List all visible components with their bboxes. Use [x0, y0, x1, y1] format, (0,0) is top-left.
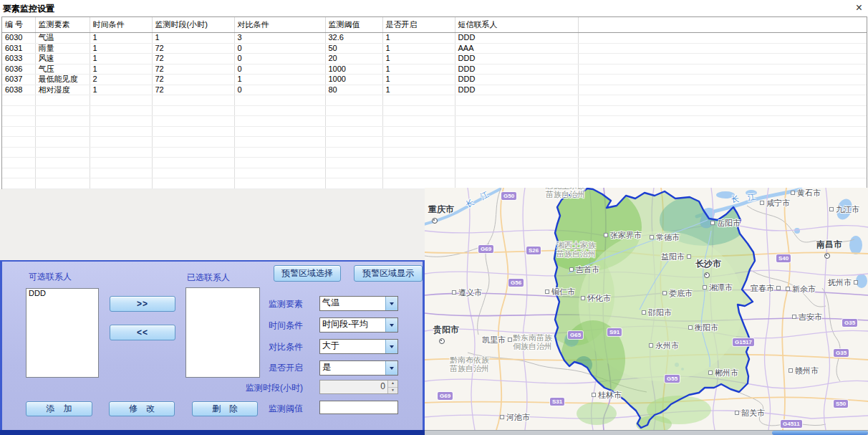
- scrollbar-thumb[interactable]: [772, 431, 868, 435]
- compare-condition-select[interactable]: 大于: [319, 339, 398, 354]
- table-row[interactable]: 6036气压172010001DDD: [2, 64, 867, 75]
- table-cell[interactable]: DDD: [455, 54, 578, 64]
- table-cell[interactable]: 80: [325, 85, 382, 95]
- modify-button[interactable]: 修 改: [109, 401, 175, 416]
- empty-cell: [35, 126, 90, 137]
- delete-button[interactable]: 删 除: [192, 401, 258, 416]
- table-cell[interactable]: 1: [90, 85, 152, 95]
- table-cell[interactable]: 1: [382, 54, 455, 64]
- table-cell[interactable]: 1: [382, 33, 455, 44]
- table-cell[interactable]: 0: [234, 43, 325, 54]
- table-cell[interactable]: 1: [382, 85, 455, 95]
- chevron-down-icon[interactable]: [385, 318, 397, 332]
- table-cell[interactable]: 6038: [2, 85, 35, 95]
- table-row[interactable]: 6030气温11332.61DDD: [2, 33, 867, 44]
- move-left-button[interactable]: <<: [110, 325, 175, 340]
- empty-cell: [152, 147, 234, 158]
- empty-cell: [455, 158, 578, 168]
- table-cell[interactable]: 0: [234, 64, 325, 75]
- move-right-button[interactable]: >>: [110, 296, 175, 312]
- table-cell[interactable]: 6030: [2, 33, 35, 44]
- column-header[interactable]: 时间条件: [90, 17, 152, 33]
- chevron-down-icon[interactable]: [385, 361, 397, 375]
- enabled-select[interactable]: 是: [319, 360, 398, 376]
- spacer-area: [0, 189, 425, 260]
- table-cell[interactable]: DDD: [455, 64, 578, 75]
- table-cell[interactable]: AAA: [455, 43, 578, 54]
- table-cell[interactable]: 20: [325, 54, 382, 64]
- empty-cell: [578, 168, 867, 178]
- empty-cell: [35, 116, 90, 127]
- table-cell[interactable]: 雨量: [35, 43, 90, 54]
- table-cell[interactable]: DDD: [455, 85, 578, 95]
- time-condition-select[interactable]: 时间段-平均: [319, 317, 398, 333]
- table-cell[interactable]: 0: [234, 54, 325, 64]
- table-cell[interactable]: DDD: [455, 75, 578, 85]
- table-cell[interactable]: 风速: [35, 54, 90, 64]
- table-row[interactable]: 6033风速1720201DDD: [2, 54, 867, 64]
- table-cell[interactable]: 相对湿度: [35, 85, 90, 95]
- compare-condition-value: 大于: [320, 340, 385, 353]
- table-cell[interactable]: 0: [234, 85, 325, 95]
- empty-cell: [325, 158, 382, 168]
- column-header[interactable]: 监测要素: [35, 17, 90, 33]
- table-cell[interactable]: 50: [325, 43, 382, 54]
- element-select[interactable]: 气温: [319, 296, 398, 311]
- table-cell[interactable]: 6036: [2, 64, 35, 75]
- table-cell[interactable]: 1: [234, 75, 325, 85]
- table-cell[interactable]: 6033: [2, 54, 35, 64]
- column-header[interactable]: 监测阈值: [325, 17, 382, 33]
- empty-cell: [35, 137, 90, 148]
- available-contacts-list[interactable]: DDD: [26, 288, 99, 378]
- table-cell[interactable]: 72: [152, 85, 234, 95]
- table-cell[interactable]: 72: [152, 64, 234, 75]
- column-header[interactable]: 对比条件: [234, 17, 325, 33]
- table-cell[interactable]: 1: [382, 75, 455, 85]
- add-button[interactable]: 添 加: [26, 401, 92, 416]
- table-cell[interactable]: 32.6: [325, 33, 382, 44]
- table-cell[interactable]: 6031: [2, 43, 35, 54]
- table-cell[interactable]: 1: [382, 64, 455, 75]
- table-cell[interactable]: 气压: [35, 64, 90, 75]
- column-header[interactable]: 短信联系人: [455, 17, 578, 33]
- empty-cell: [382, 147, 455, 158]
- table-row[interactable]: 6038相对湿度1720801DDD: [2, 85, 867, 95]
- table-cell[interactable]: 1: [90, 54, 152, 64]
- empty-cell: [455, 168, 578, 178]
- selected-contacts-list[interactable]: [185, 287, 260, 378]
- table-cell[interactable]: 1000: [325, 75, 382, 85]
- table-cell[interactable]: 1: [90, 33, 152, 44]
- table-row[interactable]: 6037最低能见度272110001DDD: [2, 75, 867, 85]
- element-label: 监测要素: [254, 298, 303, 310]
- warning-area-display-button[interactable]: 预警区域显示: [354, 265, 423, 282]
- column-header[interactable]: 监测时段(小时): [152, 17, 234, 33]
- empty-cell: [90, 147, 152, 158]
- table-cell[interactable]: 1: [152, 33, 234, 44]
- threshold-input[interactable]: [319, 401, 398, 414]
- map[interactable]: 遵义市铜仁市张家界市吉首市怀化市河池市桂林市邵阳市娄底市永州市郴州市韶关市衡阳市…: [425, 188, 868, 430]
- warning-area-select-button[interactable]: 预警区域选择: [274, 265, 341, 282]
- column-header[interactable]: 编 号: [2, 17, 35, 33]
- chevron-down-icon[interactable]: [385, 340, 397, 353]
- table-cell[interactable]: 6037: [2, 75, 35, 85]
- table-cell[interactable]: 72: [152, 54, 234, 64]
- map-horizontal-scrollbar[interactable]: [425, 430, 868, 435]
- spin-down-icon: ▼: [388, 388, 397, 394]
- table-cell[interactable]: 72: [152, 75, 234, 85]
- chevron-down-icon[interactable]: [385, 297, 397, 310]
- column-header[interactable]: 是否开启: [382, 17, 455, 33]
- contact-list-item[interactable]: DDD: [26, 289, 98, 298]
- table-cell[interactable]: 最低能见度: [35, 75, 90, 85]
- table-cell[interactable]: 3: [234, 33, 325, 44]
- table-cell-filler: [578, 85, 867, 95]
- table-cell[interactable]: DDD: [455, 33, 578, 44]
- table-cell[interactable]: 2: [90, 75, 152, 85]
- table-cell[interactable]: 1: [90, 43, 152, 54]
- table-cell[interactable]: 1: [382, 43, 455, 54]
- table-row[interactable]: 6031雨量1720501AAA: [2, 43, 867, 54]
- table-cell[interactable]: 1: [90, 64, 152, 75]
- close-icon[interactable]: ×: [856, 1, 862, 15]
- table-cell[interactable]: 1000: [325, 64, 382, 75]
- table-cell[interactable]: 72: [152, 43, 234, 54]
- table-cell[interactable]: 气温: [35, 33, 90, 44]
